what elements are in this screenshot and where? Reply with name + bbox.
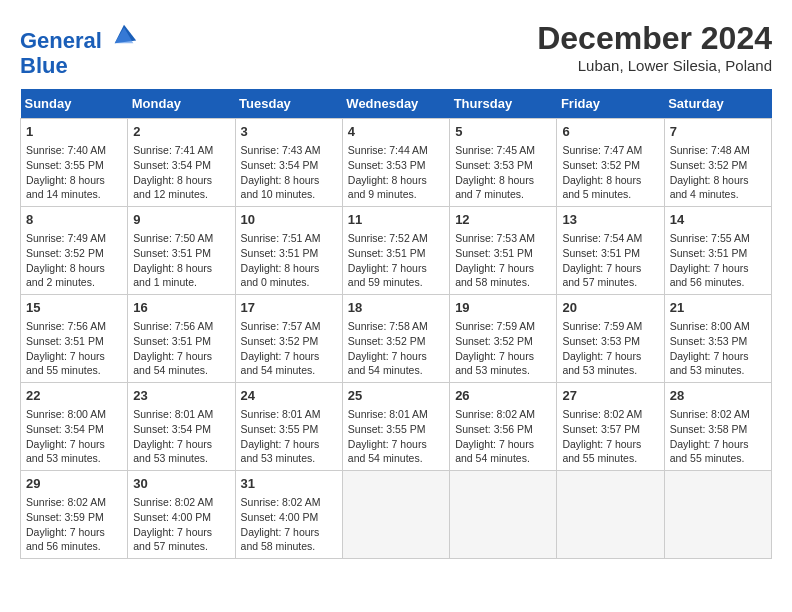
day-info: Sunrise: 8:02 AM Sunset: 4:00 PM Dayligh… bbox=[133, 495, 229, 554]
day-number: 20 bbox=[562, 299, 658, 317]
weekday-header-sunday: Sunday bbox=[21, 89, 128, 119]
weekday-header-friday: Friday bbox=[557, 89, 664, 119]
calendar-cell: 12 Sunrise: 7:53 AM Sunset: 3:51 PM Dayl… bbox=[450, 207, 557, 295]
month-title: December 2024 bbox=[537, 20, 772, 57]
calendar-cell: 5 Sunrise: 7:45 AM Sunset: 3:53 PM Dayli… bbox=[450, 119, 557, 207]
calendar-cell bbox=[664, 470, 771, 558]
day-number: 18 bbox=[348, 299, 444, 317]
day-number: 11 bbox=[348, 211, 444, 229]
day-info: Sunrise: 8:01 AM Sunset: 3:55 PM Dayligh… bbox=[348, 407, 444, 466]
page-header: General Blue December 2024 Luban, Lower … bbox=[20, 20, 772, 79]
day-number: 15 bbox=[26, 299, 122, 317]
day-info: Sunrise: 7:56 AM Sunset: 3:51 PM Dayligh… bbox=[26, 319, 122, 378]
day-info: Sunrise: 7:56 AM Sunset: 3:51 PM Dayligh… bbox=[133, 319, 229, 378]
day-info: Sunrise: 7:59 AM Sunset: 3:52 PM Dayligh… bbox=[455, 319, 551, 378]
day-info: Sunrise: 8:02 AM Sunset: 4:00 PM Dayligh… bbox=[241, 495, 337, 554]
calendar-table: SundayMondayTuesdayWednesdayThursdayFrid… bbox=[20, 89, 772, 559]
day-info: Sunrise: 7:59 AM Sunset: 3:53 PM Dayligh… bbox=[562, 319, 658, 378]
day-info: Sunrise: 7:41 AM Sunset: 3:54 PM Dayligh… bbox=[133, 143, 229, 202]
calendar-cell: 25 Sunrise: 8:01 AM Sunset: 3:55 PM Dayl… bbox=[342, 383, 449, 471]
calendar-cell: 29 Sunrise: 8:02 AM Sunset: 3:59 PM Dayl… bbox=[21, 470, 128, 558]
day-number: 26 bbox=[455, 387, 551, 405]
calendar-cell: 8 Sunrise: 7:49 AM Sunset: 3:52 PM Dayli… bbox=[21, 207, 128, 295]
calendar-cell bbox=[450, 470, 557, 558]
logo-general: General bbox=[20, 28, 102, 53]
day-info: Sunrise: 7:40 AM Sunset: 3:55 PM Dayligh… bbox=[26, 143, 122, 202]
day-number: 7 bbox=[670, 123, 766, 141]
day-number: 1 bbox=[26, 123, 122, 141]
day-number: 28 bbox=[670, 387, 766, 405]
day-info: Sunrise: 8:02 AM Sunset: 3:56 PM Dayligh… bbox=[455, 407, 551, 466]
day-number: 5 bbox=[455, 123, 551, 141]
calendar-cell: 11 Sunrise: 7:52 AM Sunset: 3:51 PM Dayl… bbox=[342, 207, 449, 295]
day-info: Sunrise: 8:02 AM Sunset: 3:59 PM Dayligh… bbox=[26, 495, 122, 554]
calendar-cell: 10 Sunrise: 7:51 AM Sunset: 3:51 PM Dayl… bbox=[235, 207, 342, 295]
location-title: Luban, Lower Silesia, Poland bbox=[537, 57, 772, 74]
calendar-cell: 28 Sunrise: 8:02 AM Sunset: 3:58 PM Dayl… bbox=[664, 383, 771, 471]
calendar-cell: 19 Sunrise: 7:59 AM Sunset: 3:52 PM Dayl… bbox=[450, 295, 557, 383]
day-info: Sunrise: 8:02 AM Sunset: 3:57 PM Dayligh… bbox=[562, 407, 658, 466]
weekday-header-row: SundayMondayTuesdayWednesdayThursdayFrid… bbox=[21, 89, 772, 119]
calendar-cell: 20 Sunrise: 7:59 AM Sunset: 3:53 PM Dayl… bbox=[557, 295, 664, 383]
week-row-3: 15 Sunrise: 7:56 AM Sunset: 3:51 PM Dayl… bbox=[21, 295, 772, 383]
calendar-cell: 27 Sunrise: 8:02 AM Sunset: 3:57 PM Dayl… bbox=[557, 383, 664, 471]
day-number: 17 bbox=[241, 299, 337, 317]
weekday-header-wednesday: Wednesday bbox=[342, 89, 449, 119]
logo-text: General bbox=[20, 20, 138, 53]
day-number: 16 bbox=[133, 299, 229, 317]
calendar-cell: 13 Sunrise: 7:54 AM Sunset: 3:51 PM Dayl… bbox=[557, 207, 664, 295]
day-number: 29 bbox=[26, 475, 122, 493]
week-row-1: 1 Sunrise: 7:40 AM Sunset: 3:55 PM Dayli… bbox=[21, 119, 772, 207]
day-info: Sunrise: 8:00 AM Sunset: 3:54 PM Dayligh… bbox=[26, 407, 122, 466]
day-info: Sunrise: 7:51 AM Sunset: 3:51 PM Dayligh… bbox=[241, 231, 337, 290]
week-row-2: 8 Sunrise: 7:49 AM Sunset: 3:52 PM Dayli… bbox=[21, 207, 772, 295]
calendar-cell: 23 Sunrise: 8:01 AM Sunset: 3:54 PM Dayl… bbox=[128, 383, 235, 471]
weekday-header-saturday: Saturday bbox=[664, 89, 771, 119]
day-info: Sunrise: 7:54 AM Sunset: 3:51 PM Dayligh… bbox=[562, 231, 658, 290]
day-number: 19 bbox=[455, 299, 551, 317]
calendar-cell: 14 Sunrise: 7:55 AM Sunset: 3:51 PM Dayl… bbox=[664, 207, 771, 295]
day-info: Sunrise: 7:50 AM Sunset: 3:51 PM Dayligh… bbox=[133, 231, 229, 290]
day-info: Sunrise: 7:49 AM Sunset: 3:52 PM Dayligh… bbox=[26, 231, 122, 290]
day-number: 21 bbox=[670, 299, 766, 317]
day-number: 13 bbox=[562, 211, 658, 229]
logo-icon bbox=[110, 20, 138, 48]
day-number: 27 bbox=[562, 387, 658, 405]
calendar-cell: 31 Sunrise: 8:02 AM Sunset: 4:00 PM Dayl… bbox=[235, 470, 342, 558]
day-info: Sunrise: 7:43 AM Sunset: 3:54 PM Dayligh… bbox=[241, 143, 337, 202]
day-number: 30 bbox=[133, 475, 229, 493]
calendar-cell: 15 Sunrise: 7:56 AM Sunset: 3:51 PM Dayl… bbox=[21, 295, 128, 383]
calendar-cell: 3 Sunrise: 7:43 AM Sunset: 3:54 PM Dayli… bbox=[235, 119, 342, 207]
calendar-cell: 16 Sunrise: 7:56 AM Sunset: 3:51 PM Dayl… bbox=[128, 295, 235, 383]
day-number: 12 bbox=[455, 211, 551, 229]
day-info: Sunrise: 7:48 AM Sunset: 3:52 PM Dayligh… bbox=[670, 143, 766, 202]
calendar-cell: 17 Sunrise: 7:57 AM Sunset: 3:52 PM Dayl… bbox=[235, 295, 342, 383]
calendar-cell bbox=[342, 470, 449, 558]
day-info: Sunrise: 7:47 AM Sunset: 3:52 PM Dayligh… bbox=[562, 143, 658, 202]
day-info: Sunrise: 7:52 AM Sunset: 3:51 PM Dayligh… bbox=[348, 231, 444, 290]
calendar-cell: 2 Sunrise: 7:41 AM Sunset: 3:54 PM Dayli… bbox=[128, 119, 235, 207]
day-info: Sunrise: 8:02 AM Sunset: 3:58 PM Dayligh… bbox=[670, 407, 766, 466]
calendar-cell: 4 Sunrise: 7:44 AM Sunset: 3:53 PM Dayli… bbox=[342, 119, 449, 207]
weekday-header-thursday: Thursday bbox=[450, 89, 557, 119]
calendar-cell: 30 Sunrise: 8:02 AM Sunset: 4:00 PM Dayl… bbox=[128, 470, 235, 558]
day-number: 24 bbox=[241, 387, 337, 405]
week-row-5: 29 Sunrise: 8:02 AM Sunset: 3:59 PM Dayl… bbox=[21, 470, 772, 558]
day-number: 31 bbox=[241, 475, 337, 493]
day-number: 8 bbox=[26, 211, 122, 229]
calendar-cell: 9 Sunrise: 7:50 AM Sunset: 3:51 PM Dayli… bbox=[128, 207, 235, 295]
day-info: Sunrise: 7:44 AM Sunset: 3:53 PM Dayligh… bbox=[348, 143, 444, 202]
calendar-cell: 7 Sunrise: 7:48 AM Sunset: 3:52 PM Dayli… bbox=[664, 119, 771, 207]
logo: General Blue bbox=[20, 20, 138, 79]
day-number: 25 bbox=[348, 387, 444, 405]
calendar-cell: 18 Sunrise: 7:58 AM Sunset: 3:52 PM Dayl… bbox=[342, 295, 449, 383]
calendar-cell: 21 Sunrise: 8:00 AM Sunset: 3:53 PM Dayl… bbox=[664, 295, 771, 383]
weekday-header-tuesday: Tuesday bbox=[235, 89, 342, 119]
day-number: 9 bbox=[133, 211, 229, 229]
day-number: 2 bbox=[133, 123, 229, 141]
day-number: 14 bbox=[670, 211, 766, 229]
day-number: 3 bbox=[241, 123, 337, 141]
day-number: 22 bbox=[26, 387, 122, 405]
week-row-4: 22 Sunrise: 8:00 AM Sunset: 3:54 PM Dayl… bbox=[21, 383, 772, 471]
day-number: 23 bbox=[133, 387, 229, 405]
